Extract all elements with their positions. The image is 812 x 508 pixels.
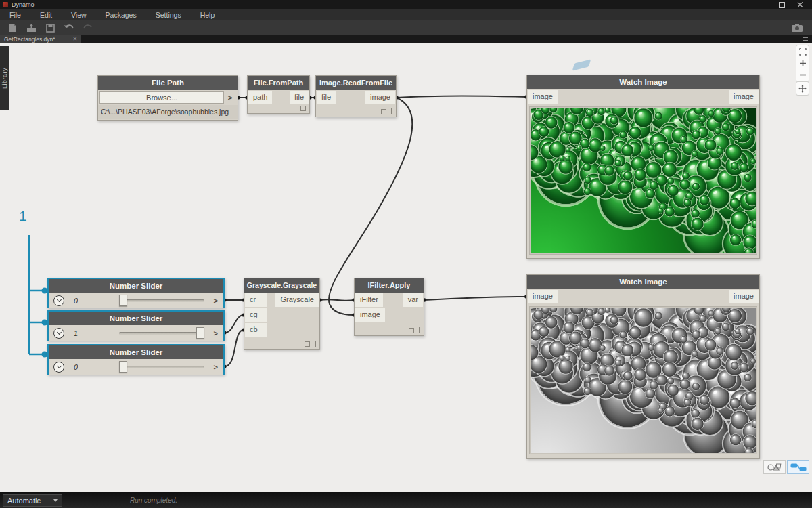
close-icon[interactable] bbox=[797, 1, 804, 8]
slider-track[interactable] bbox=[119, 299, 204, 302]
node-ifilter-apply[interactable]: IFilter.Apply iFilter var image bbox=[354, 278, 424, 336]
zoom-in-icon[interactable] bbox=[798, 59, 807, 68]
geometry-view-toggle[interactable] bbox=[763, 460, 786, 474]
slider-expand-icon[interactable] bbox=[53, 295, 64, 306]
new-file-icon[interactable] bbox=[4, 22, 20, 33]
slider-expand-icon[interactable] bbox=[53, 328, 64, 339]
preview-checkbox[interactable] bbox=[381, 109, 386, 114]
input-port-image[interactable]: image bbox=[355, 308, 385, 322]
node-title[interactable]: File.FromPath bbox=[248, 76, 309, 90]
node-grayscale[interactable]: Grayscale.Grayscale cr Grayscale cg cb bbox=[244, 278, 320, 350]
output-port-file[interactable]: file bbox=[290, 91, 309, 104]
chevron-down-icon bbox=[53, 499, 58, 502]
slider-handle[interactable] bbox=[196, 327, 204, 339]
output-port-grayscale[interactable]: Grayscale bbox=[275, 293, 319, 307]
slider-handle[interactable] bbox=[119, 295, 127, 306]
node-title[interactable]: Watch Image bbox=[527, 275, 759, 289]
menu-edit[interactable]: Edit bbox=[30, 11, 62, 19]
output-port[interactable]: > bbox=[224, 91, 236, 104]
library-panel-tab[interactable]: Library bbox=[0, 46, 9, 110]
menu-bar: File Edit View Packages Settings Help bbox=[0, 9, 812, 20]
slider-track[interactable] bbox=[119, 332, 204, 335]
graph-view-toggle[interactable] bbox=[787, 460, 809, 474]
output-port-var[interactable]: var bbox=[403, 293, 423, 307]
zoom-fit-icon[interactable] bbox=[798, 47, 807, 56]
browse-button[interactable]: Browse... bbox=[99, 91, 224, 104]
node-number-slider-2[interactable]: Number Slider 1 > bbox=[47, 310, 225, 341]
node-title[interactable]: Image.ReadFromFile bbox=[316, 76, 396, 90]
slider-value[interactable]: 1 bbox=[74, 329, 106, 337]
image-preview-green bbox=[529, 106, 757, 255]
pan-icon[interactable] bbox=[798, 84, 807, 93]
node-title[interactable]: Watch Image bbox=[527, 75, 759, 89]
save-icon[interactable] bbox=[42, 22, 58, 33]
slider-track[interactable] bbox=[119, 366, 204, 368]
maximize-icon[interactable] bbox=[778, 1, 785, 8]
input-port-file[interactable]: file bbox=[317, 91, 336, 104]
tab-overflow-icon[interactable] bbox=[798, 35, 812, 43]
node-watch-image-bottom[interactable]: Watch Image image image bbox=[526, 274, 760, 459]
output-port[interactable]: > bbox=[214, 297, 218, 305]
input-port-image[interactable]: image bbox=[528, 90, 558, 104]
node-title[interactable]: Number Slider bbox=[49, 312, 223, 325]
input-port-cg[interactable]: cg bbox=[245, 308, 267, 322]
undo-icon[interactable] bbox=[61, 22, 77, 33]
open-file-icon[interactable] bbox=[23, 22, 39, 33]
slider-value[interactable]: 0 bbox=[74, 363, 106, 371]
node-watch-image-top[interactable]: Watch Image image image bbox=[526, 75, 760, 259]
input-port-image[interactable]: image bbox=[528, 290, 558, 303]
graph-canvas[interactable]: Library 1 File Path Browse... > C:\...\P… bbox=[0, 43, 812, 492]
node-file-path[interactable]: File Path Browse... > C:\...\PHASE03\AFo… bbox=[97, 75, 238, 121]
lacing-indicator[interactable] bbox=[315, 341, 316, 347]
node-title[interactable]: Number Slider bbox=[49, 279, 223, 293]
input-port-cb[interactable]: cb bbox=[245, 323, 267, 337]
output-port-image[interactable]: image bbox=[729, 90, 759, 104]
node-number-slider-1[interactable]: Number Slider 0 > bbox=[47, 278, 225, 308]
toolbar bbox=[0, 20, 812, 35]
slider-handle[interactable] bbox=[119, 361, 127, 373]
node-title[interactable]: Grayscale.Grayscale bbox=[244, 278, 319, 293]
menu-help[interactable]: Help bbox=[191, 11, 225, 19]
node-title[interactable]: File Path bbox=[98, 76, 238, 90]
input-port-ifilter[interactable]: iFilter bbox=[355, 293, 383, 307]
input-port-path[interactable]: path bbox=[248, 91, 272, 104]
input-port-cr[interactable]: cr bbox=[245, 293, 267, 307]
preview-checkbox[interactable] bbox=[304, 341, 310, 347]
tab-label: GetRectangles.dyn* bbox=[4, 36, 55, 43]
view-toggles bbox=[763, 460, 809, 474]
minimize-icon[interactable] bbox=[759, 1, 766, 8]
output-port-image[interactable]: image bbox=[729, 290, 759, 303]
tab-close-icon[interactable]: ✕ bbox=[73, 36, 78, 42]
output-port[interactable]: > bbox=[214, 363, 218, 371]
note-shape[interactable] bbox=[572, 59, 591, 70]
slider-expand-icon[interactable] bbox=[53, 362, 64, 373]
app-icon bbox=[3, 2, 8, 7]
menu-file[interactable]: File bbox=[0, 11, 30, 19]
menu-view[interactable]: View bbox=[62, 11, 96, 19]
node-title[interactable]: Number Slider bbox=[49, 345, 223, 359]
window-title: Dynamo bbox=[12, 1, 759, 8]
run-bar: Automatic Run completed. bbox=[0, 492, 812, 508]
file-path-value: C:\...\PHASE03\AForge\soapbubbles.jpg bbox=[98, 105, 238, 119]
output-port-image[interactable]: image bbox=[365, 91, 395, 104]
preview-checkbox[interactable] bbox=[300, 106, 306, 111]
zoom-out-icon[interactable] bbox=[798, 70, 807, 79]
run-mode-select[interactable]: Automatic bbox=[3, 494, 62, 507]
menu-packages[interactable]: Packages bbox=[96, 11, 146, 19]
tab-getrectangles[interactable]: GetRectangles.dyn* ✕ bbox=[0, 35, 81, 43]
redo-icon[interactable] bbox=[80, 22, 96, 33]
node-title[interactable]: IFilter.Apply bbox=[355, 278, 424, 293]
camera-export-icon[interactable] bbox=[789, 22, 805, 33]
lacing-indicator[interactable] bbox=[391, 108, 392, 114]
node-image-readfromfile[interactable]: Image.ReadFromFile file image bbox=[315, 75, 397, 117]
output-port[interactable]: > bbox=[214, 329, 218, 337]
lacing-indicator[interactable] bbox=[419, 327, 420, 333]
library-label: Library bbox=[1, 68, 8, 89]
node-number-slider-3[interactable]: Number Slider 0 > bbox=[47, 344, 225, 375]
node-file-frompath[interactable]: File.FromPath path file bbox=[247, 75, 310, 114]
run-mode-value: Automatic bbox=[7, 496, 53, 505]
title-bar: Dynamo bbox=[0, 0, 812, 9]
menu-settings[interactable]: Settings bbox=[146, 11, 191, 19]
preview-checkbox[interactable] bbox=[409, 328, 414, 333]
slider-value[interactable]: 0 bbox=[74, 297, 106, 305]
